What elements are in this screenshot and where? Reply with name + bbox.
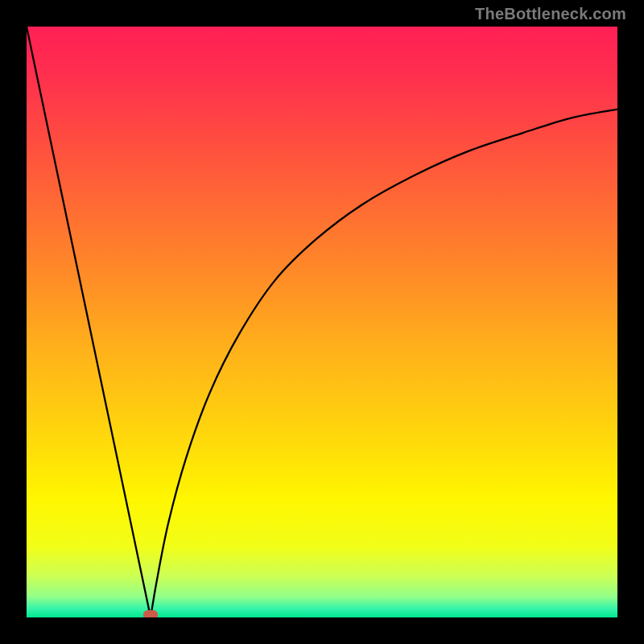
watermark-text: TheBottleneck.com <box>475 5 626 23</box>
minimum-marker <box>143 610 158 617</box>
plot-area <box>27 27 617 617</box>
chart-svg <box>27 27 617 617</box>
chart-frame: TheBottleneck.com <box>0 0 644 644</box>
gradient-background <box>27 27 617 617</box>
